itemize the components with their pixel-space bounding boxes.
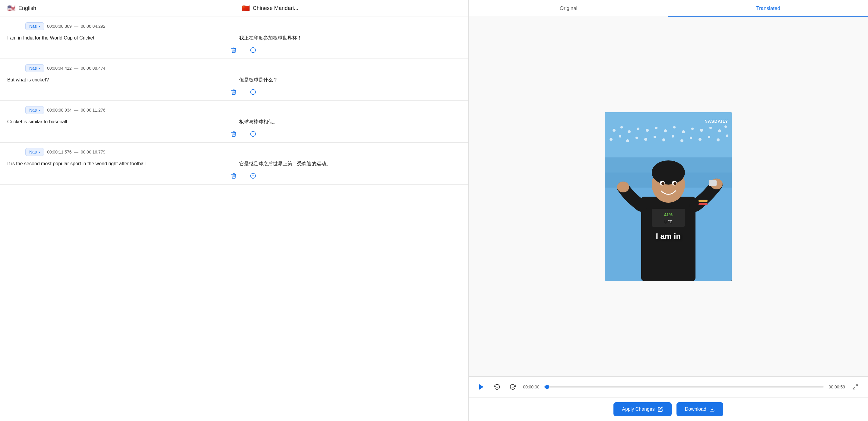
svg-point-27 bbox=[718, 129, 721, 132]
speaker-name: Nas bbox=[29, 66, 37, 71]
left-panel: 🇺🇸 English 🇨🇳 Chinese Mandari... Nas ▾ 0… bbox=[0, 0, 469, 421]
subtitle-list: Nas ▾ 00:00:00,369 — 00:00:04,292 I am i… bbox=[0, 17, 468, 421]
svg-point-45 bbox=[652, 160, 685, 185]
speaker-badge[interactable]: Nas ▾ bbox=[25, 106, 44, 114]
svg-text:I am in: I am in bbox=[656, 232, 681, 241]
speaker-badge[interactable]: Nas ▾ bbox=[25, 148, 44, 156]
svg-point-31 bbox=[626, 139, 629, 142]
tab-header: Original Translated bbox=[469, 0, 868, 17]
add-button[interactable] bbox=[248, 45, 258, 55]
delete-button[interactable] bbox=[229, 87, 239, 97]
svg-point-48 bbox=[661, 182, 664, 185]
download-button[interactable]: Download bbox=[677, 402, 723, 416]
time-end: 00:00:08,474 bbox=[81, 66, 105, 71]
tab-translated-label: Translated bbox=[756, 5, 780, 11]
svg-point-16 bbox=[620, 126, 623, 128]
svg-point-39 bbox=[699, 138, 702, 141]
play-icon bbox=[478, 383, 485, 391]
tab-translated[interactable]: Translated bbox=[668, 0, 868, 17]
svg-rect-57 bbox=[699, 203, 708, 205]
time-range: 00:00:08,934 — 00:00:11,276 bbox=[47, 108, 105, 112]
svg-point-38 bbox=[690, 137, 692, 139]
svg-point-22 bbox=[673, 126, 676, 128]
end-time: 00:00:59 bbox=[829, 385, 845, 389]
subtitle-texts: It is the second most popular sport in t… bbox=[7, 160, 461, 167]
plus-circle-icon bbox=[250, 47, 256, 53]
current-time: 00:00:00 bbox=[523, 385, 539, 389]
chevron-down-icon: ▾ bbox=[39, 151, 40, 154]
svg-point-19 bbox=[646, 129, 649, 132]
svg-point-28 bbox=[724, 125, 727, 128]
apply-changes-label: Apply Changes bbox=[622, 407, 655, 412]
translated-text: 板球与棒球相似。 bbox=[234, 118, 461, 125]
svg-line-66 bbox=[853, 388, 855, 389]
time-end: 00:00:11,276 bbox=[81, 108, 105, 112]
progress-bar[interactable] bbox=[545, 386, 824, 388]
delete-button[interactable] bbox=[229, 129, 239, 139]
fullscreen-button[interactable] bbox=[850, 382, 861, 392]
svg-text:LIFE: LIFE bbox=[664, 220, 672, 224]
target-lang-col: 🇨🇳 Chinese Mandari... bbox=[234, 0, 468, 17]
svg-point-49 bbox=[674, 182, 677, 185]
time-start: 00:00:04,412 bbox=[47, 66, 72, 71]
target-lang-label: Chinese Mandari... bbox=[253, 5, 298, 11]
original-text: Cricket is similar to baseball. bbox=[7, 118, 234, 125]
delete-button[interactable] bbox=[229, 171, 239, 181]
rewind-button[interactable]: 10 bbox=[492, 382, 502, 392]
subtitle-block: Nas ▾ 00:00:00,369 — 00:00:04,292 I am i… bbox=[0, 17, 468, 59]
video-scene: 41% LIFE NASDAILY I am in bbox=[605, 112, 732, 281]
speaker-badge[interactable]: Nas ▾ bbox=[25, 64, 44, 72]
svg-point-42 bbox=[726, 134, 728, 137]
subtitle-meta: Nas ▾ 00:00:08,934 — 00:00:11,276 bbox=[7, 106, 461, 114]
apply-changes-button[interactable]: Apply Changes bbox=[614, 402, 672, 416]
speaker-badge[interactable]: Nas ▾ bbox=[25, 22, 44, 30]
download-icon bbox=[709, 407, 715, 412]
translated-text: 它是继足球之后世界上第二受欢迎的运动。 bbox=[234, 160, 461, 167]
speaker-name: Nas bbox=[29, 108, 37, 112]
edit-icon bbox=[658, 407, 663, 412]
svg-point-34 bbox=[654, 136, 656, 138]
svg-point-21 bbox=[664, 129, 667, 132]
trash-icon bbox=[231, 131, 237, 137]
subtitle-texts: Cricket is similar to baseball. 板球与棒球相似。 bbox=[7, 118, 461, 125]
subtitle-meta: Nas ▾ 00:00:11,576 — 00:00:16,779 bbox=[7, 148, 461, 156]
svg-point-15 bbox=[613, 129, 616, 132]
progress-thumb[interactable] bbox=[545, 385, 549, 389]
add-button[interactable] bbox=[248, 171, 258, 181]
svg-point-30 bbox=[619, 135, 621, 137]
time-dash: — bbox=[74, 66, 79, 71]
tab-original[interactable]: Original bbox=[469, 0, 668, 17]
time-start: 00:00:11,576 bbox=[47, 150, 72, 154]
svg-text:41%: 41% bbox=[664, 212, 673, 217]
svg-text:NASDAILY: NASDAILY bbox=[705, 119, 728, 124]
chevron-down-icon: ▾ bbox=[39, 25, 40, 28]
original-text: But what is cricket? bbox=[7, 76, 234, 84]
svg-marker-62 bbox=[479, 384, 484, 390]
translated-text: 我正在印度参加板球世界杯！ bbox=[234, 34, 461, 42]
time-start: 00:00:00,369 bbox=[47, 24, 72, 29]
svg-point-37 bbox=[680, 139, 683, 142]
original-text: It is the second most popular sport in t… bbox=[7, 160, 234, 167]
svg-point-17 bbox=[628, 130, 631, 133]
svg-point-26 bbox=[709, 127, 712, 129]
time-dash: — bbox=[74, 24, 79, 29]
subtitle-block: Nas ▾ 00:00:08,934 — 00:00:11,276 Cricke… bbox=[0, 101, 468, 143]
subtitle-actions bbox=[7, 171, 461, 181]
video-area: 41% LIFE NASDAILY I am in bbox=[469, 17, 868, 376]
translated-text: 但是板球是什么？ bbox=[234, 76, 461, 84]
rewind-10-icon: 10 bbox=[494, 384, 500, 390]
download-label: Download bbox=[685, 407, 706, 412]
play-button[interactable] bbox=[476, 382, 487, 392]
svg-rect-52 bbox=[652, 209, 685, 227]
video-frame: 41% LIFE NASDAILY I am in bbox=[605, 112, 732, 281]
svg-text:10: 10 bbox=[512, 387, 513, 388]
svg-point-25 bbox=[700, 129, 703, 132]
add-button[interactable] bbox=[248, 129, 258, 139]
add-button[interactable] bbox=[248, 87, 258, 97]
speaker-name: Nas bbox=[29, 150, 37, 154]
delete-button[interactable] bbox=[229, 45, 239, 55]
forward-button[interactable]: 10 bbox=[507, 382, 518, 392]
subtitle-actions bbox=[7, 129, 461, 139]
svg-point-35 bbox=[662, 138, 665, 141]
fullscreen-icon bbox=[852, 384, 858, 390]
